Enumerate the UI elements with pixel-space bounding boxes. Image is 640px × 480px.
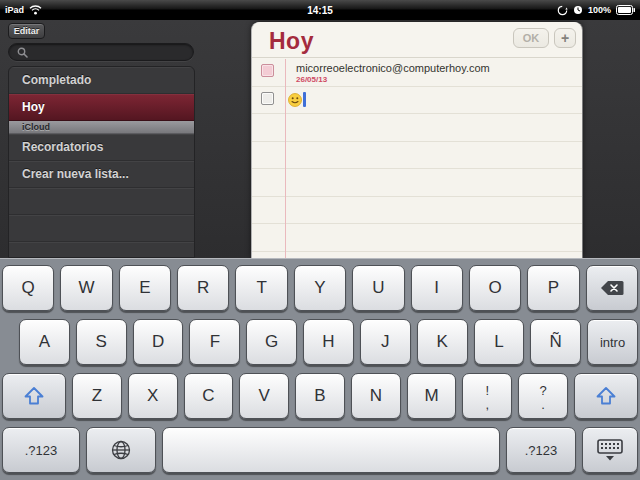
list-label: Completado [22, 73, 91, 87]
reminder-row[interactable] [252, 87, 582, 115]
backspace-key[interactable] [586, 265, 638, 311]
note-title: Hoy [269, 28, 314, 55]
punct-bottom: , [486, 398, 490, 411]
key-q[interactable]: Q [2, 265, 54, 311]
checkbox-unchecked[interactable] [261, 92, 274, 105]
add-reminder-button[interactable]: + [554, 28, 576, 48]
empty-list-row [9, 242, 194, 258]
key-l[interactable]: L [474, 319, 525, 365]
space-bar[interactable] [162, 427, 500, 473]
keyboard-dismiss-key[interactable] [582, 427, 638, 473]
search-input[interactable] [8, 43, 194, 61]
globe-key[interactable] [86, 427, 156, 473]
checkbox-unchecked[interactable] [261, 64, 274, 77]
key-f[interactable]: F [189, 319, 240, 365]
sidebar-item-hoy[interactable]: Hoy [9, 94, 194, 121]
symbols-key-left[interactable]: .?123 [2, 427, 80, 473]
punct-bottom: . [541, 398, 545, 411]
keyboard-row-4: .?123 .?123 [2, 427, 638, 473]
key-y[interactable]: Y [294, 265, 346, 311]
punct-top: ! [486, 384, 490, 397]
globe-icon [111, 440, 131, 460]
sidebar-item-recordatorios[interactable]: Recordatorios [9, 134, 194, 161]
key-e[interactable]: E [119, 265, 171, 311]
keyboard-row-1: Q W E R T Y U I O P [2, 265, 638, 311]
sidebar-item-crear-nueva-lista[interactable]: Crear nueva lista... [9, 161, 194, 188]
empty-list-row [9, 188, 194, 215]
note-header: Hoy OK + [252, 22, 582, 58]
key-t[interactable]: T [235, 265, 287, 311]
keyboard-row-2: A S D F G H J K L Ñ intro [2, 319, 638, 365]
icloud-section-header: iCloud [9, 121, 194, 134]
key-z[interactable]: Z [72, 373, 122, 419]
lists-panel: Completado Hoy iCloud Recordatorios Crea… [8, 66, 195, 258]
keyboard-dismiss-icon [597, 439, 623, 461]
list-label: Recordatorios [22, 140, 103, 154]
key-question-period[interactable]: ? . [518, 373, 568, 419]
ok-button[interactable]: OK [513, 28, 549, 48]
symbols-key-right[interactable]: .?123 [506, 427, 576, 473]
key-c[interactable]: C [184, 373, 234, 419]
status-bar: 14:15 iPad 100% [0, 0, 640, 20]
key-i[interactable]: I [411, 265, 463, 311]
edit-button[interactable]: Editar [8, 23, 45, 39]
key-w[interactable]: W [60, 265, 112, 311]
empty-list-row [9, 215, 194, 242]
key-p[interactable]: P [527, 265, 579, 311]
row-spacer [2, 319, 13, 365]
reminder-date: 26/05/13 [296, 75, 327, 84]
enter-key[interactable]: intro [587, 319, 638, 365]
shift-key-right[interactable] [574, 373, 638, 419]
sidebar-item-completado[interactable]: Completado [9, 67, 194, 94]
text-cursor [303, 92, 306, 107]
key-n[interactable]: N [351, 373, 401, 419]
reminders-app: Editar Completado Hoy iCloud Recordatori… [0, 20, 640, 258]
note-paper: Hoy OK + micorreoelectronico@computerhoy… [252, 22, 582, 258]
key-g[interactable]: G [246, 319, 297, 365]
ipad-screen: 14:15 iPad 100% Editar [0, 0, 640, 480]
key-b[interactable]: B [295, 373, 345, 419]
key-d[interactable]: D [133, 319, 184, 365]
key-s[interactable]: S [76, 319, 127, 365]
shift-key-left[interactable] [2, 373, 66, 419]
key-k[interactable]: K [417, 319, 468, 365]
onscreen-keyboard: Q W E R T Y U I O P A S D F G H J K [0, 258, 640, 480]
key-o[interactable]: O [469, 265, 521, 311]
key-x[interactable]: X [128, 373, 178, 419]
shift-icon [24, 387, 44, 405]
key-r[interactable]: R [177, 265, 229, 311]
key-u[interactable]: U [352, 265, 404, 311]
smiley-emoji-icon [288, 93, 302, 107]
backspace-icon [600, 280, 624, 296]
key-v[interactable]: V [239, 373, 289, 419]
key-j[interactable]: J [360, 319, 411, 365]
key-exclamation-comma[interactable]: ! , [462, 373, 512, 419]
key-enie[interactable]: Ñ [530, 319, 581, 365]
key-m[interactable]: M [407, 373, 457, 419]
list-label: Crear nueva lista... [22, 167, 129, 181]
note-body: micorreoelectronico@computerhoy.com 26/0… [252, 59, 582, 258]
status-time: 14:15 [0, 5, 640, 16]
shift-icon [596, 387, 616, 405]
keyboard-row-3: Z X C V B N M ! , ? . [2, 373, 638, 419]
reminder-text[interactable]: micorreoelectronico@computerhoy.com [296, 62, 490, 74]
punct-top: ? [539, 384, 546, 397]
search-icon [17, 47, 28, 58]
key-a[interactable]: A [19, 319, 70, 365]
list-label: Hoy [22, 100, 45, 114]
reminder-row[interactable]: micorreoelectronico@computerhoy.com 26/0… [252, 59, 582, 87]
key-h[interactable]: H [303, 319, 354, 365]
